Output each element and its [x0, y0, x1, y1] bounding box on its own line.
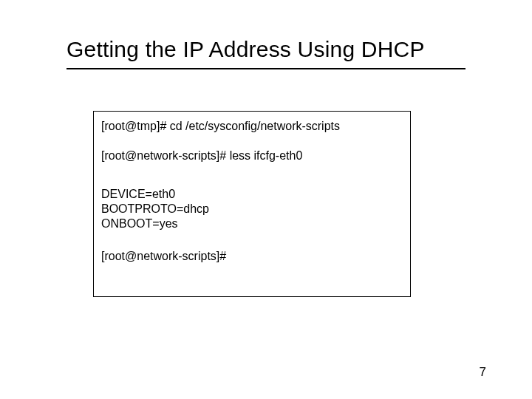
page-number: 7	[480, 365, 486, 380]
title-underline	[66, 68, 466, 69]
terminal-line: [root@network-scripts]# less ifcfg-eth0	[101, 149, 403, 163]
terminal-line: [root@tmp]# cd /etc/sysconfig/network-sc…	[101, 119, 403, 134]
config-line: BOOTPROTO=dhcp	[101, 202, 403, 216]
slide-title: Getting the IP Address Using DHCP	[66, 37, 425, 62]
terminal-output-box: [root@tmp]# cd /etc/sysconfig/network-sc…	[93, 111, 411, 297]
spacer	[101, 163, 403, 187]
spacer	[101, 231, 403, 249]
spacer	[101, 134, 403, 149]
terminal-line: [root@network-scripts]#	[101, 249, 403, 264]
config-line: ONBOOT=yes	[101, 216, 403, 231]
config-line: DEVICE=eth0	[101, 187, 403, 202]
slide: Getting the IP Address Using DHCP [root@…	[0, 0, 532, 399]
